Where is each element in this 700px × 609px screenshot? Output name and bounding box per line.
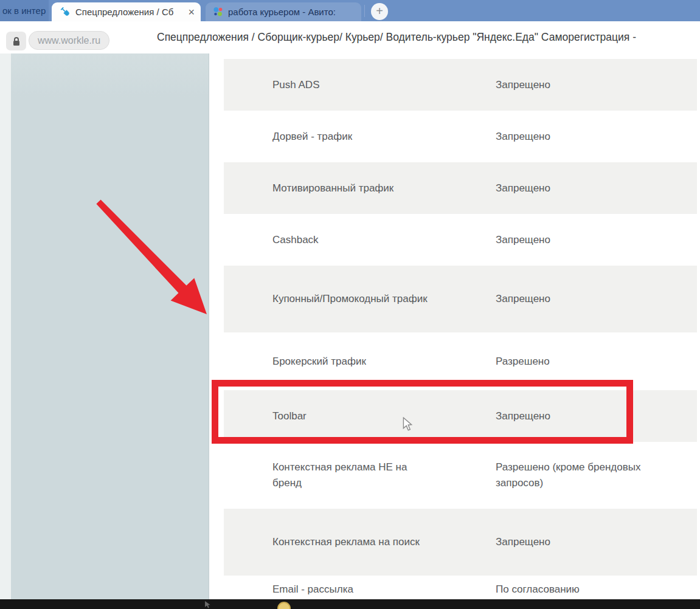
new-tab-button[interactable]: +	[371, 3, 388, 20]
row-label: Мотивированный трафик	[272, 181, 437, 196]
avito-dots-icon	[213, 7, 223, 17]
table-row: Push ADS Запрещено	[224, 59, 697, 111]
tab-avito[interactable]: работа курьером - Авито:	[206, 2, 361, 21]
row-label: Cashback	[272, 232, 437, 248]
row-status: Запрещено	[496, 291, 678, 307]
coin-icon	[277, 602, 291, 609]
table-row: Дорвей - трафик Запрещено	[224, 111, 697, 162]
lock-icon[interactable]	[6, 32, 26, 50]
page-title: Спецпредложения / Сборщик-курьер/ Курьер…	[157, 21, 700, 53]
row-status: По согласованию	[496, 582, 678, 597]
sidebar-panel	[11, 53, 209, 599]
tab-active-label: Спецпредложения / Сб	[75, 7, 183, 17]
row-label: Брокерский трафик	[272, 354, 437, 370]
tab-active-workle[interactable]: Спецпредложения / Сб ×	[52, 2, 201, 21]
tab-partial-left[interactable]: ок в интер	[0, 0, 49, 21]
row-label: Купонный/Промокодный трафик	[272, 291, 437, 307]
table-row: Мотивированный трафик Запрещено	[224, 162, 697, 214]
row-status: Запрещено	[496, 232, 678, 248]
row-status: Запрещено	[496, 129, 678, 145]
close-icon[interactable]: ×	[188, 7, 195, 18]
left-margin-strip	[0, 53, 11, 599]
row-label: Контекстная реклама НЕ на бренд	[272, 459, 437, 491]
browser-tab-bar: ок в интер Спецпредложения / Сб × работа…	[0, 0, 700, 21]
table-row: Контекстная реклама НЕ на бренд Разрешен…	[224, 442, 697, 509]
workle-shovel-icon	[60, 7, 71, 17]
table-row: Контекстная реклама на поиск Запрещено	[224, 509, 697, 576]
page-content: Push ADS Запрещено Дорвей - трафик Запре…	[0, 53, 700, 609]
highlight-rectangle	[212, 380, 633, 444]
row-status: Запрещено	[496, 181, 678, 196]
tab-separator	[364, 5, 365, 17]
row-status: Разрешено (кроме брендовых запросов)	[496, 459, 678, 491]
url-box[interactable]: www.workle.ru	[29, 31, 109, 50]
url-text: www.workle.ru	[38, 35, 100, 46]
row-status: Запрещено	[496, 534, 678, 550]
row-label: Контекстная реклама на поиск	[272, 534, 437, 550]
row-label: Email - рассылка	[272, 582, 437, 597]
tab-avito-label: работа курьером - Авито:	[228, 7, 336, 17]
bottom-overlay-bar	[0, 599, 700, 609]
browser-address-bar: www.workle.ru Спецпредложения / Сборщик-…	[0, 21, 700, 54]
row-status: Запрещено	[496, 77, 678, 93]
row-label: Дорвей - трафик	[272, 129, 437, 145]
traffic-rules-table: Push ADS Запрещено Дорвей - трафик Запре…	[224, 59, 697, 604]
small-cursor-icon	[204, 600, 213, 609]
table-row: Cashback Запрещено	[224, 214, 697, 266]
table-row: Купонный/Промокодный трафик Запрещено	[224, 266, 697, 332]
row-status: Разрешено	[496, 354, 678, 370]
tab-partial-label: ок в интер	[2, 5, 46, 16]
row-label: Push ADS	[272, 77, 437, 93]
